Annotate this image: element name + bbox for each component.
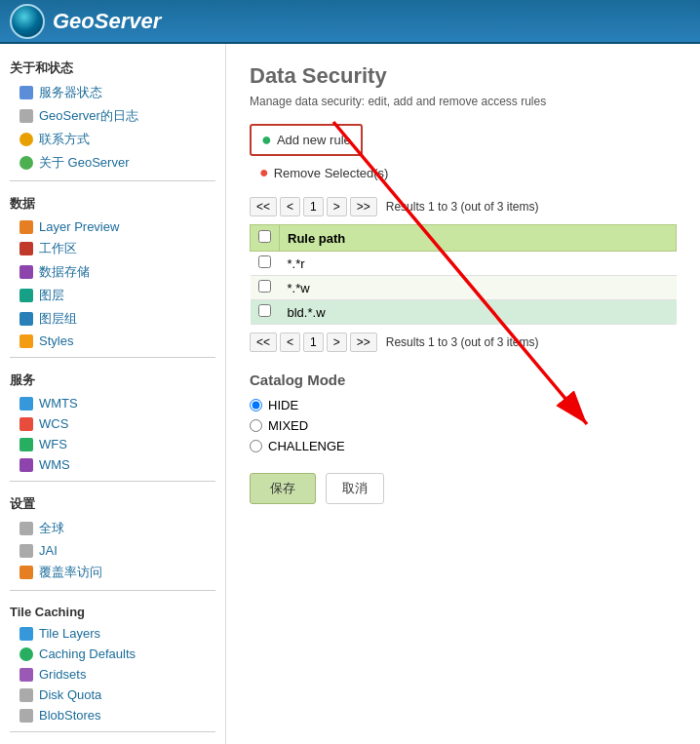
row-checkbox-cell (251, 276, 280, 300)
pg-page-btn[interactable]: 1 (303, 197, 324, 216)
app-header: GeoServer (0, 0, 700, 44)
pg-last-btn[interactable]: >> (350, 197, 377, 216)
sidebar-item-jai[interactable]: JAI (0, 540, 225, 561)
radio-challenge-input[interactable] (250, 440, 262, 452)
rule-path-cell: *.*w (280, 276, 677, 300)
wms-icon (19, 458, 33, 472)
rule-path-cell: *.*r (280, 252, 677, 276)
divider (10, 731, 215, 732)
sidebar-label: Disk Quota (39, 687, 101, 702)
layer-preview-icon (19, 220, 33, 234)
sidebar-item-layergroup[interactable]: 图层组 (0, 307, 225, 331)
workspace-icon (19, 242, 33, 255)
pg-first-btn-bottom[interactable]: << (250, 333, 277, 352)
row-checkbox[interactable] (258, 280, 271, 293)
remove-label: Remove Selected(s) (274, 166, 389, 180)
sidebar-item-styles[interactable]: Styles (0, 331, 225, 351)
pg-prev-btn-bottom[interactable]: < (280, 333, 300, 352)
section-about: 关于和状态 (0, 52, 225, 81)
table-row: *.*w (251, 276, 677, 300)
sidebar-item-caching-defaults[interactable]: Caching Defaults (0, 644, 225, 664)
sidebar-item-contact[interactable]: 联系方式 (0, 128, 225, 151)
gridsets-icon (19, 668, 33, 682)
sidebar-label: JAI (39, 543, 58, 558)
select-all-checkbox[interactable] (258, 230, 271, 243)
sidebar-item-blobstores[interactable]: BlobStores (0, 705, 225, 725)
sidebar-item-disk-quota[interactable]: Disk Quota (0, 685, 225, 705)
sidebar-item-store[interactable]: 数据存储 (0, 260, 225, 284)
radio-mixed-input[interactable] (250, 419, 262, 432)
sidebar-item-about[interactable]: 关于 GeoServer (0, 151, 225, 175)
sidebar-item-wcs[interactable]: WCS (0, 413, 225, 434)
sidebar-item-wms[interactable]: WMS (0, 454, 225, 475)
wcs-icon (19, 417, 33, 431)
radio-hide-input[interactable] (250, 399, 262, 411)
table-row: *.*r (251, 252, 677, 276)
layout: 关于和状态 服务器状态 GeoServer的日志 联系方式 关于 GeoServ… (0, 44, 700, 744)
divider (10, 357, 215, 358)
sidebar-label: 覆盖率访问 (39, 564, 102, 581)
rule-path-cell: bld.*.w (280, 300, 677, 325)
table-row: bld.*.w (251, 300, 677, 325)
add-new-rule-button[interactable]: ● Add new rule (250, 124, 363, 156)
sidebar-item-wfs[interactable]: WFS (0, 434, 225, 454)
pagination-info: Results 1 to 3 (out of 3 items) (386, 200, 539, 214)
layers-icon (19, 289, 33, 302)
tile-layers-icon (19, 627, 33, 641)
sidebar-item-layer-preview[interactable]: Layer Preview (0, 216, 225, 237)
sidebar-label: Tile Layers (39, 626, 100, 641)
sidebar-label: WFS (39, 437, 67, 451)
sidebar-item-tile-layers[interactable]: Tile Layers (0, 623, 225, 644)
rules-table: Rule path *.*r *.*w (250, 224, 677, 325)
global-icon (19, 522, 33, 535)
radio-challenge[interactable]: CHALLENGE (250, 439, 677, 453)
pg-page-btn-bottom[interactable]: 1 (303, 333, 324, 352)
styles-icon (19, 334, 33, 348)
blobstores-icon (19, 709, 33, 723)
sidebar-label: GeoServer的日志 (39, 107, 138, 125)
section-settings: 设置 (0, 488, 225, 517)
sidebar-label: Layer Preview (39, 219, 119, 234)
sidebar-label: 数据存储 (39, 263, 90, 281)
pg-last-btn-bottom[interactable]: >> (350, 333, 377, 352)
sidebar-item-layers[interactable]: 图层 (0, 284, 225, 307)
radio-mixed-label: MIXED (268, 418, 308, 433)
section-data: 数据 (0, 187, 225, 216)
sidebar-label: 工作区 (39, 240, 77, 257)
cancel-button[interactable]: 取消 (326, 473, 384, 504)
add-rule-label: Add new rule (277, 133, 351, 147)
divider (10, 590, 215, 591)
sidebar-item-server-status[interactable]: 服务器状态 (0, 81, 225, 104)
sidebar-label: Caching Defaults (39, 646, 136, 661)
sidebar-label: BlobStores (39, 708, 101, 723)
radio-hide[interactable]: HIDE (250, 398, 677, 412)
globe-icon (10, 4, 45, 39)
remove-selected-button[interactable]: ● Remove Selected(s) (250, 160, 398, 185)
sidebar-item-coverage[interactable]: 覆盖率访问 (0, 561, 225, 584)
sidebar-item-wmts[interactable]: WMTS (0, 393, 225, 413)
sidebar-item-gridsets[interactable]: Gridsets (0, 664, 225, 685)
sidebar-item-log[interactable]: GeoServer的日志 (0, 104, 225, 128)
pg-prev-btn[interactable]: < (280, 197, 300, 216)
row-checkbox[interactable] (258, 304, 271, 317)
row-checkbox[interactable] (258, 255, 271, 268)
save-button[interactable]: 保存 (250, 473, 316, 504)
section-services: 服务 (0, 364, 225, 393)
catalog-mode-options: HIDE MIXED CHALLENGE (250, 398, 677, 453)
sidebar: 关于和状态 服务器状态 GeoServer的日志 联系方式 关于 GeoServ… (0, 44, 226, 744)
radio-hide-label: HIDE (268, 398, 298, 412)
wmts-icon (19, 397, 33, 411)
action-buttons: 保存 取消 (250, 473, 677, 504)
sidebar-label: 关于 GeoServer (39, 154, 129, 172)
sidebar-label: WMTS (39, 396, 78, 411)
sidebar-label: Styles (39, 333, 73, 348)
plus-icon: ● (261, 130, 272, 150)
radio-mixed[interactable]: MIXED (250, 418, 677, 433)
divider (10, 481, 215, 482)
sidebar-item-global[interactable]: 全球 (0, 517, 225, 540)
pg-next-btn[interactable]: > (327, 197, 347, 216)
row-checkbox-cell (251, 300, 280, 325)
pg-first-btn[interactable]: << (250, 197, 277, 216)
pg-next-btn-bottom[interactable]: > (327, 333, 347, 352)
sidebar-item-workspace[interactable]: 工作区 (0, 237, 225, 260)
